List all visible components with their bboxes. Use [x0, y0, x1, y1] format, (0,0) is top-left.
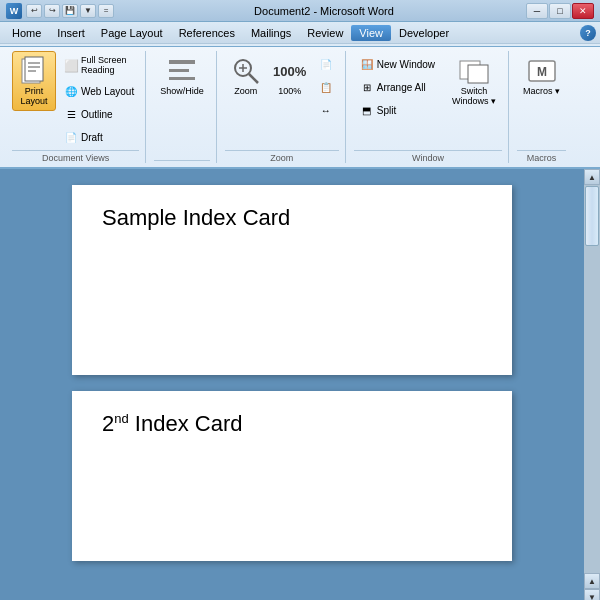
show-hide-icon: [166, 55, 198, 87]
card-1-title: Sample Index Card: [102, 205, 290, 231]
macros-icon: M: [526, 55, 558, 87]
draft-icon: 📄: [63, 129, 79, 145]
full-screen-label: Full ScreenReading: [81, 56, 127, 76]
app-icon: W: [6, 3, 22, 19]
draft-button[interactable]: 📄 Draft: [58, 126, 139, 148]
scroll-thumb[interactable]: [585, 186, 599, 246]
window-title: Document2 - Microsoft Word: [122, 5, 526, 17]
document-views-items: PrintLayout ⬜ Full ScreenReading 🌐 Web L…: [12, 51, 139, 148]
close-button[interactable]: ✕: [572, 3, 594, 19]
ribbon-content: PrintLayout ⬜ Full ScreenReading 🌐 Web L…: [0, 46, 600, 167]
svg-line-9: [249, 74, 258, 83]
web-layout-icon: 🌐: [63, 83, 79, 99]
scroll-bottom-buttons: ▲ ▼ ▼: [584, 573, 600, 600]
ribbon-group-show-hide: Show/Hide: [148, 51, 217, 163]
index-card-2: 2nd Index Card: [72, 391, 512, 561]
document-area: Sample Index Card 2nd Index Card: [0, 169, 584, 600]
two-pages-button[interactable]: 📋: [313, 76, 339, 98]
svg-text:M: M: [537, 65, 547, 79]
quick-access-toolbar: ↩ ↪ 💾 ▼ =: [26, 4, 114, 18]
one-page-button[interactable]: 📄: [313, 53, 339, 75]
split-label: Split: [377, 105, 396, 116]
svg-rect-5: [169, 60, 195, 64]
menu-view[interactable]: View: [351, 25, 391, 41]
arrange-all-icon: ⊞: [359, 79, 375, 95]
menu-references[interactable]: References: [171, 25, 243, 41]
card-2-title: 2nd Index Card: [102, 411, 242, 437]
window-items: 🪟 New Window ⊞ Arrange All ⬒ Split: [354, 51, 502, 148]
zoom-group-label: Zoom: [225, 150, 339, 163]
zoom-button[interactable]: Zoom: [225, 51, 267, 101]
vertical-scrollbar: ▲ ▲ ▼ ▼: [584, 169, 600, 600]
menu-page-layout[interactable]: Page Layout: [93, 25, 171, 41]
zoom-icon: [230, 55, 262, 87]
window-group-label: Window: [354, 150, 502, 163]
zoom-label: Zoom: [234, 87, 257, 97]
switch-windows-label: SwitchWindows ▾: [452, 87, 496, 107]
help-button[interactable]: ?: [580, 25, 596, 41]
macros-label: Macros ▾: [523, 87, 560, 97]
ribbon-group-macros: M Macros ▾ Macros: [511, 51, 572, 163]
macros-button[interactable]: M Macros ▾: [517, 51, 566, 101]
show-hide-group-label: [154, 160, 210, 163]
menu-home[interactable]: Home: [4, 25, 49, 41]
new-window-button[interactable]: 🪟 New Window: [354, 53, 440, 75]
undo-button[interactable]: ↩: [26, 4, 42, 18]
two-pages-icon: 📋: [318, 79, 334, 95]
ribbon-group-zoom: Zoom 100% 100% 📄 📋 ↔: [219, 51, 346, 163]
menu-mailings[interactable]: Mailings: [243, 25, 299, 41]
scroll-track[interactable]: [584, 185, 600, 573]
menu-bar: Home Insert Page Layout References Maili…: [0, 22, 600, 44]
arrange-all-button[interactable]: ⊞ Arrange All: [354, 76, 440, 98]
switch-windows-button[interactable]: SwitchWindows ▾: [446, 51, 502, 111]
web-layout-button[interactable]: 🌐 Web Layout: [58, 80, 139, 102]
outline-label: Outline: [81, 109, 113, 120]
outline-icon: ☰: [63, 106, 79, 122]
full-screen-reading-button[interactable]: ⬜ Full ScreenReading: [58, 53, 139, 79]
web-layout-label: Web Layout: [81, 86, 134, 97]
split-button[interactable]: ⬒ Split: [354, 99, 440, 121]
svg-rect-7: [169, 77, 195, 80]
full-screen-icon: ⬜: [61, 56, 81, 76]
redo-button[interactable]: ↪: [44, 4, 60, 18]
scroll-prev-page-button[interactable]: ▲: [584, 573, 600, 589]
customize-button[interactable]: =: [98, 4, 114, 18]
window-controls: ─ □ ✕: [526, 3, 594, 19]
zoom-items: Zoom 100% 100% 📄 📋 ↔: [225, 51, 339, 148]
svg-rect-6: [169, 69, 189, 72]
main-area: Sample Index Card 2nd Index Card ▲ ▲ ▼ ▼: [0, 169, 600, 600]
macros-items: M Macros ▾: [517, 51, 566, 148]
menu-developer[interactable]: Developer: [391, 25, 457, 41]
title-bar: W ↩ ↪ 💾 ▼ = Document2 - Microsoft Word ─…: [0, 0, 600, 22]
draft-label: Draft: [81, 132, 103, 143]
one-page-icon: 📄: [318, 56, 334, 72]
show-hide-label: Show/Hide: [160, 87, 204, 97]
page-width-icon: ↔: [318, 102, 334, 118]
svg-rect-1: [25, 57, 43, 81]
menu-insert[interactable]: Insert: [49, 25, 93, 41]
menu-review[interactable]: Review: [299, 25, 351, 41]
100pct-label: 100%: [278, 87, 301, 97]
minimize-button[interactable]: ─: [526, 3, 548, 19]
save-button[interactable]: 💾: [62, 4, 78, 18]
svg-rect-13: [468, 65, 488, 83]
index-card-1: Sample Index Card: [72, 185, 512, 375]
ribbon-group-document-views: PrintLayout ⬜ Full ScreenReading 🌐 Web L…: [6, 51, 146, 163]
ribbon-group-window: 🪟 New Window ⊞ Arrange All ⬒ Split: [348, 51, 509, 163]
page-width-button[interactable]: ↔: [313, 99, 339, 121]
new-window-icon: 🪟: [359, 56, 375, 72]
maximize-button[interactable]: □: [549, 3, 571, 19]
arrange-all-label: Arrange All: [377, 82, 426, 93]
ribbon: PrintLayout ⬜ Full ScreenReading 🌐 Web L…: [0, 44, 600, 169]
print-layout-button[interactable]: PrintLayout: [12, 51, 56, 111]
split-icon: ⬒: [359, 102, 375, 118]
qa-dropdown-button[interactable]: ▼: [80, 4, 96, 18]
100pct-button[interactable]: 100% 100%: [269, 51, 311, 101]
show-hide-button[interactable]: Show/Hide: [154, 51, 210, 101]
scroll-next-page-button[interactable]: ▼: [584, 589, 600, 600]
print-layout-label: PrintLayout: [20, 87, 47, 107]
document-views-label: Document Views: [12, 150, 139, 163]
scroll-up-button[interactable]: ▲: [584, 169, 600, 185]
outline-button[interactable]: ☰ Outline: [58, 103, 139, 125]
print-layout-icon: [18, 55, 50, 87]
